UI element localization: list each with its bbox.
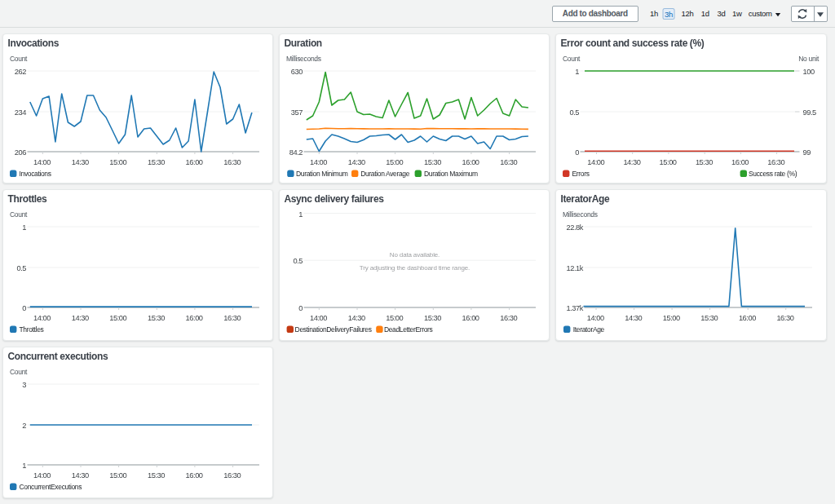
svg-text:14:00: 14:00 xyxy=(587,314,604,322)
svg-text:1.37k: 1.37k xyxy=(567,304,584,312)
svg-text:Throttles: Throttles xyxy=(19,325,43,334)
svg-text:Invocations: Invocations xyxy=(7,38,59,49)
svg-text:16:30: 16:30 xyxy=(223,314,241,322)
svg-text:15:00: 15:00 xyxy=(660,158,677,166)
svg-text:0.5: 0.5 xyxy=(293,257,303,265)
svg-text:16:00: 16:00 xyxy=(185,158,202,166)
svg-text:0.5: 0.5 xyxy=(16,264,26,272)
svg-text:15:30: 15:30 xyxy=(424,314,441,322)
svg-text:16:00: 16:00 xyxy=(185,314,202,322)
svg-text:16:30: 16:30 xyxy=(767,158,784,166)
svg-text:14:30: 14:30 xyxy=(625,314,642,322)
svg-text:Duration Average: Duration Average xyxy=(360,170,410,178)
svg-text:3: 3 xyxy=(22,381,26,389)
svg-text:0: 0 xyxy=(298,304,303,312)
svg-text:ConcurrentExecutions: ConcurrentExecutions xyxy=(19,483,82,491)
svg-text:DeadLetterErrors: DeadLetterErrors xyxy=(384,325,433,334)
svg-text:Success rate (%): Success rate (%) xyxy=(749,170,797,178)
svg-text:Duration: Duration xyxy=(285,38,322,49)
svg-text:1: 1 xyxy=(298,210,303,219)
svg-text:14:30: 14:30 xyxy=(623,158,640,166)
svg-text:22.8k: 22.8k xyxy=(567,223,584,232)
svg-text:84.2: 84.2 xyxy=(289,148,303,157)
svg-text:16:00: 16:00 xyxy=(185,471,202,480)
svg-text:Count: Count xyxy=(563,55,581,63)
svg-text:16:00: 16:00 xyxy=(462,158,479,166)
svg-text:16:30: 16:30 xyxy=(776,314,793,322)
svg-text:Errors: Errors xyxy=(572,170,590,178)
svg-text:Error count and success rate (: Error count and success rate (%) xyxy=(561,38,705,49)
svg-text:16:30: 16:30 xyxy=(223,471,241,480)
svg-text:Count: Count xyxy=(10,210,28,219)
svg-text:14:00: 14:00 xyxy=(33,158,50,166)
svg-text:99: 99 xyxy=(803,148,811,157)
svg-text:262: 262 xyxy=(14,68,25,76)
svg-text:1: 1 xyxy=(22,462,26,470)
svg-text:14:30: 14:30 xyxy=(348,158,365,166)
svg-text:Duration Maximum: Duration Maximum xyxy=(424,170,478,178)
svg-text:IteratorAge: IteratorAge xyxy=(561,193,611,205)
svg-text:15:30: 15:30 xyxy=(700,314,718,322)
svg-text:16:30: 16:30 xyxy=(500,314,517,322)
svg-text:15:30: 15:30 xyxy=(147,471,164,480)
svg-text:14:30: 14:30 xyxy=(71,314,88,322)
svg-text:Milliseconds: Milliseconds xyxy=(286,55,321,63)
svg-text:15:30: 15:30 xyxy=(147,314,164,322)
svg-text:100: 100 xyxy=(803,68,815,76)
svg-text:16:00: 16:00 xyxy=(731,158,749,166)
svg-text:15:00: 15:00 xyxy=(386,158,403,166)
svg-text:16:30: 16:30 xyxy=(223,158,241,166)
svg-text:Milliseconds: Milliseconds xyxy=(563,210,598,219)
svg-text:14:00: 14:00 xyxy=(587,158,604,166)
svg-text:14:00: 14:00 xyxy=(33,314,50,322)
svg-text:99.5: 99.5 xyxy=(803,108,817,117)
svg-text:Count: Count xyxy=(10,55,28,63)
svg-text:14:00: 14:00 xyxy=(33,471,50,480)
svg-text:15:00: 15:00 xyxy=(109,158,126,166)
svg-text:14:30: 14:30 xyxy=(71,158,88,166)
svg-text:15:30: 15:30 xyxy=(696,158,713,166)
svg-text:1: 1 xyxy=(22,223,26,232)
svg-text:16:30: 16:30 xyxy=(500,158,517,166)
svg-text:15:00: 15:00 xyxy=(663,314,680,322)
svg-text:IteratorAge: IteratorAge xyxy=(573,325,605,334)
svg-text:15:00: 15:00 xyxy=(109,471,126,480)
svg-text:16:00: 16:00 xyxy=(462,314,479,322)
svg-text:234: 234 xyxy=(14,108,25,117)
svg-text:15:30: 15:30 xyxy=(424,158,441,166)
svg-text:15:00: 15:00 xyxy=(386,314,403,322)
svg-text:Concurrent executions: Concurrent executions xyxy=(7,351,108,362)
svg-text:357: 357 xyxy=(291,108,303,117)
svg-text:14:00: 14:00 xyxy=(310,158,327,166)
svg-text:14:00: 14:00 xyxy=(310,314,327,322)
svg-text:2: 2 xyxy=(22,422,26,430)
svg-text:Invocations: Invocations xyxy=(19,170,51,178)
svg-text:No unit: No unit xyxy=(798,55,820,63)
svg-text:12.1k: 12.1k xyxy=(567,264,584,272)
svg-text:Throttles: Throttles xyxy=(7,193,47,205)
svg-text:630: 630 xyxy=(291,68,303,76)
svg-text:1: 1 xyxy=(575,68,579,76)
svg-text:206: 206 xyxy=(14,148,25,157)
svg-text:Try adjusting the dashboard ti: Try adjusting the dashboard time range. xyxy=(360,264,470,272)
svg-text:16:00: 16:00 xyxy=(739,314,756,322)
svg-text:14:30: 14:30 xyxy=(348,314,365,322)
svg-text:Count: Count xyxy=(10,368,28,376)
svg-text:No data available.: No data available. xyxy=(390,251,440,259)
svg-text:0.5: 0.5 xyxy=(569,108,579,117)
svg-text:15:30: 15:30 xyxy=(147,158,164,166)
svg-text:14:30: 14:30 xyxy=(71,471,88,480)
svg-text:Duration Minimum: Duration Minimum xyxy=(296,170,348,178)
svg-text:DestinationDeliveryFailures: DestinationDeliveryFailures xyxy=(295,325,372,334)
svg-text:0: 0 xyxy=(575,148,579,157)
svg-text:Async delivery failures: Async delivery failures xyxy=(285,193,385,205)
svg-text:0: 0 xyxy=(22,304,26,312)
svg-text:15:00: 15:00 xyxy=(109,314,126,322)
